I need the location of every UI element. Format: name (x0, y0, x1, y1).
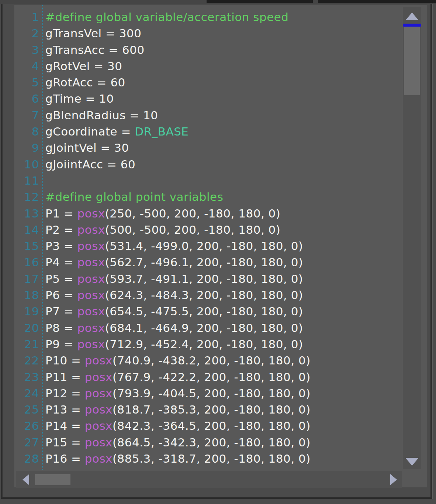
line-number: 29 (14, 467, 42, 470)
code-line-text: gRotAcc = 60 (42, 74, 125, 90)
vertical-scrollbar[interactable] (403, 7, 421, 469)
line-number: 27 (14, 434, 42, 450)
line-number: 2 (14, 25, 42, 41)
line-number: 1 (14, 9, 42, 25)
code-lines: 1#define global variable/acceration spee… (14, 9, 402, 470)
code-line: 21P9 = posx(712.9, -452.4, 200, -180, 18… (14, 336, 402, 352)
code-text-area[interactable]: 1#define global variable/acceration spee… (14, 5, 402, 470)
code-line-text: gJointVel = 30 (42, 140, 129, 156)
code-line: 20P8 = posx(684.1, -464.9, 200, -180, 18… (14, 320, 402, 336)
line-number: 4 (14, 58, 42, 74)
code-line: 9gJointVel = 30 (14, 140, 402, 156)
code-line: 15P3 = posx(531.4, -499.0, 200, -180, 18… (14, 238, 402, 254)
code-line-text: gTransVel = 300 (42, 25, 141, 41)
line-number: 17 (14, 271, 42, 287)
scroll-down-arrow-icon[interactable] (405, 458, 419, 466)
line-number: 11 (14, 172, 42, 189)
line-number: 9 (14, 140, 42, 156)
code-line-text: #define global point variables (42, 189, 223, 205)
code-line-text: #define global variable/acceration speed (42, 9, 289, 25)
code-line-text: P8 = posx(684.1, -464.9, 200, -180, 180,… (42, 320, 303, 336)
code-line: 6gTime = 10 (14, 90, 402, 107)
line-number: 28 (14, 450, 42, 467)
code-line-text: P10 = posx(740.9, -438.2, 200, -180, 180… (42, 352, 311, 368)
line-number: 8 (14, 123, 42, 140)
line-number: 7 (14, 107, 42, 123)
cutoff-element-right (318, 0, 436, 3)
code-line: 2gTransVel = 300 (14, 25, 402, 41)
code-line: 23P11 = posx(767.9, -422.2, 200, -180, 1… (14, 369, 402, 385)
code-line-text: P13 = posx(818.7, -385.3, 200, -180, 180… (42, 401, 311, 418)
top-cutoff-strip (0, 0, 436, 4)
line-number: 25 (14, 401, 42, 418)
frame-border-left (1, 4, 3, 499)
code-line: 17P5 = posx(593.7, -491.1, 200, -180, 18… (14, 271, 402, 287)
line-number: 19 (14, 303, 42, 319)
scroll-left-arrow-icon[interactable] (23, 474, 29, 485)
frame-border-right (430, 4, 432, 499)
code-line: 12#define global point variables (14, 189, 402, 205)
code-line: 1#define global variable/acceration spee… (14, 9, 402, 25)
line-number: 12 (14, 189, 42, 205)
line-number: 5 (14, 74, 42, 90)
code-line-text: P7 = posx(654.5, -475.5, 200, -180, 180,… (42, 303, 303, 319)
line-number: 18 (14, 287, 42, 303)
code-line: 7gBlendRadius = 10 (14, 107, 402, 123)
line-number: 15 (14, 238, 42, 254)
code-line: 25P13 = posx(818.7, -385.3, 200, -180, 1… (14, 401, 402, 418)
scroll-up-arrow-icon[interactable] (405, 13, 419, 20)
code-line-text: P3 = posx(531.4, -499.0, 200, -180, 180,… (42, 238, 303, 254)
horizontal-scrollbar[interactable] (16, 471, 402, 488)
code-line-text: P12 = posx(793.9, -404.5, 200, -180, 180… (42, 385, 311, 401)
code-line: 11 (14, 172, 402, 189)
code-line: 8gCoordinate = DR_BASE (14, 123, 402, 140)
code-line: 27P15 = posx(864.5, -342.3, 200, -180, 1… (14, 434, 402, 450)
line-number: 10 (14, 156, 42, 172)
code-line: 16P4 = posx(562.7, -496.1, 200, -180, 18… (14, 254, 402, 270)
code-line: 26P14 = posx(842.3, -364.5, 200, -180, 1… (14, 418, 402, 434)
code-line: 3gTransAcc = 600 (14, 42, 402, 58)
code-line-text (42, 172, 45, 189)
horizontal-scrollbar-thumb[interactable] (35, 474, 70, 485)
code-line-text: P15 = posx(864.5, -342.3, 200, -180, 180… (42, 434, 311, 450)
code-line-text: P16 = posx(885.3, -318.7, 200, -180, 180… (42, 450, 311, 467)
vertical-scrollbar-thumb[interactable] (404, 27, 420, 95)
line-number: 26 (14, 418, 42, 434)
code-line: 10gJoiintAcc = 60 (14, 156, 402, 172)
line-number: 3 (14, 42, 42, 58)
scroll-right-arrow-icon[interactable] (390, 474, 397, 485)
code-line-text: P5 = posx(593.7, -491.1, 200, -180, 180,… (42, 271, 303, 287)
code-line-text: gJoiintAcc = 60 (42, 156, 135, 172)
code-editor-panel: 1#define global variable/acceration spee… (14, 5, 427, 487)
code-line: 4gRotVel = 30 (14, 58, 402, 74)
line-number: 14 (14, 222, 42, 238)
code-line-text: gBlendRadius = 10 (42, 107, 158, 123)
code-line: 19P7 = posx(654.5, -475.5, 200, -180, 18… (14, 303, 402, 319)
code-line: 29P17 = posx(904.5, -293.5, 200, -180, 1… (14, 467, 402, 470)
line-number: 6 (14, 90, 42, 107)
cutoff-element-left (207, 0, 313, 3)
code-line: 18P6 = posx(624.3, -484.3, 200, -180, 18… (14, 287, 402, 303)
code-line-text: P4 = posx(562.7, -496.1, 200, -180, 180,… (42, 254, 303, 270)
line-number: 16 (14, 254, 42, 270)
line-number: 21 (14, 336, 42, 352)
code-line: 24P12 = posx(793.9, -404.5, 200, -180, 1… (14, 385, 402, 401)
scroll-position-marker (403, 24, 421, 27)
frame-border-bottom (1, 497, 432, 499)
code-line-text: P6 = posx(624.3, -484.3, 200, -180, 180,… (42, 287, 303, 303)
code-line-text: P9 = posx(712.9, -452.4, 200, -180, 180,… (42, 336, 303, 352)
code-line: 28P16 = posx(885.3, -318.7, 200, -180, 1… (14, 450, 402, 467)
line-number: 13 (14, 205, 42, 222)
code-line: 13P1 = posx(250, -500, 200, -180, 180, 0… (14, 205, 402, 222)
code-line-text: P11 = posx(767.9, -422.2, 200, -180, 180… (42, 369, 311, 385)
line-number: 22 (14, 352, 42, 368)
code-line: 5gRotAcc = 60 (14, 74, 402, 90)
line-number: 24 (14, 385, 42, 401)
page-root: { "editor": { "syntax_colors": { "commen… (0, 0, 436, 504)
code-line-text: gRotVel = 30 (42, 58, 122, 74)
code-line: 22P10 = posx(740.9, -438.2, 200, -180, 1… (14, 352, 402, 368)
line-number: 23 (14, 369, 42, 385)
code-line-text: P14 = posx(842.3, -364.5, 200, -180, 180… (42, 418, 311, 434)
code-line-text: P1 = posx(250, -500, 200, -180, 180, 0) (42, 205, 280, 222)
code-line-text: gTime = 10 (42, 90, 114, 107)
